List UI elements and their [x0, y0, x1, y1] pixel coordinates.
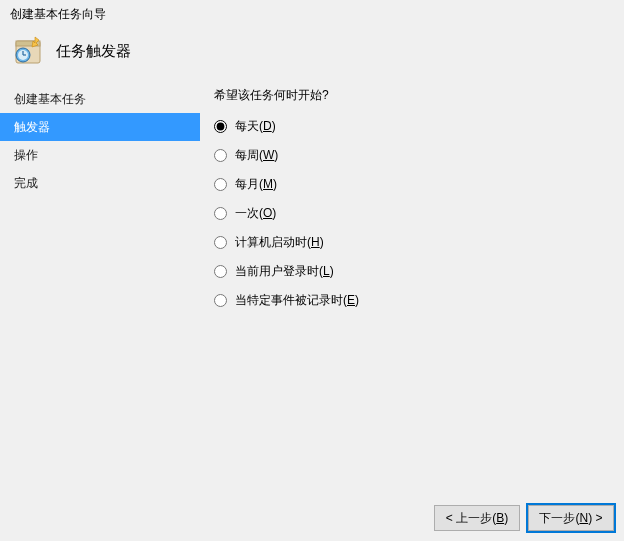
page-title: 任务触发器 [56, 42, 131, 61]
sidebar-item-create-basic-task[interactable]: 创建基本任务 [0, 85, 200, 113]
trigger-question: 希望该任务何时开始? [214, 87, 608, 104]
radio-label: 一次(O) [235, 205, 276, 222]
wizard-header: 任务触发器 [0, 27, 624, 81]
radio-option-o[interactable]: 一次(O) [214, 205, 608, 222]
sidebar-item-finish[interactable]: 完成 [0, 169, 200, 197]
radio-input[interactable] [214, 294, 227, 307]
radio-option-e[interactable]: 当特定事件被记录时(E) [214, 292, 608, 309]
radio-option-d[interactable]: 每天(D) [214, 118, 608, 135]
clock-task-icon [12, 35, 44, 67]
radio-label: 每月(M) [235, 176, 277, 193]
radio-option-m[interactable]: 每月(M) [214, 176, 608, 193]
back-button[interactable]: < 上一步(B) [434, 505, 520, 531]
radio-option-w[interactable]: 每周(W) [214, 147, 608, 164]
radio-option-l[interactable]: 当前用户登录时(L) [214, 263, 608, 280]
radio-input[interactable] [214, 207, 227, 220]
window-title: 创建基本任务向导 [0, 0, 624, 27]
radio-label: 当特定事件被记录时(E) [235, 292, 359, 309]
wizard-window: 创建基本任务向导 任务触发器 创建基本任务 触发器 操作 完成 希望该任务何时开… [0, 0, 624, 541]
radio-label: 计算机启动时(H) [235, 234, 324, 251]
wizard-sidebar: 创建基本任务 触发器 操作 完成 [0, 81, 200, 495]
sidebar-item-action[interactable]: 操作 [0, 141, 200, 169]
trigger-radio-group: 每天(D)每周(W)每月(M)一次(O)计算机启动时(H)当前用户登录时(L)当… [214, 118, 608, 309]
radio-label: 每周(W) [235, 147, 278, 164]
radio-input[interactable] [214, 265, 227, 278]
sidebar-item-trigger[interactable]: 触发器 [0, 113, 200, 141]
next-button[interactable]: 下一步(N) > [528, 505, 614, 531]
radio-option-h[interactable]: 计算机启动时(H) [214, 234, 608, 251]
radio-label: 当前用户登录时(L) [235, 263, 334, 280]
radio-label: 每天(D) [235, 118, 276, 135]
radio-input[interactable] [214, 149, 227, 162]
wizard-body: 创建基本任务 触发器 操作 完成 希望该任务何时开始? 每天(D)每周(W)每月… [0, 81, 624, 495]
radio-input[interactable] [214, 178, 227, 191]
radio-input[interactable] [214, 120, 227, 133]
radio-input[interactable] [214, 236, 227, 249]
wizard-content: 希望该任务何时开始? 每天(D)每周(W)每月(M)一次(O)计算机启动时(H)… [200, 81, 624, 495]
wizard-footer: < 上一步(B) 下一步(N) > [0, 495, 624, 541]
